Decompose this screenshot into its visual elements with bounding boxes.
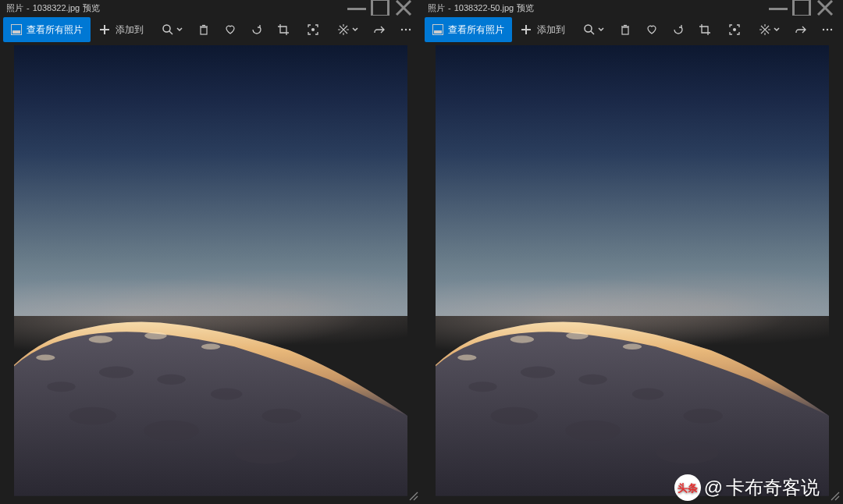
edit-icon bbox=[337, 23, 350, 36]
svg-rect-37 bbox=[622, 27, 628, 34]
trash-icon bbox=[197, 23, 210, 36]
rotate-button[interactable] bbox=[244, 17, 269, 42]
magnifier-icon bbox=[583, 23, 596, 36]
toolbar: 查看所有照片 添加到 bbox=[0, 16, 422, 44]
svg-point-53 bbox=[510, 336, 534, 343]
share-icon bbox=[373, 23, 386, 36]
scan-icon bbox=[728, 23, 741, 36]
app-name: 照片 bbox=[6, 2, 23, 14]
window-controls bbox=[345, 0, 415, 16]
image-viewer[interactable] bbox=[422, 44, 843, 504]
title-suffix: 预览 bbox=[83, 2, 100, 14]
close-button[interactable] bbox=[392, 0, 415, 16]
image-viewer[interactable] bbox=[0, 44, 422, 504]
svg-point-43 bbox=[831, 29, 832, 30]
svg-point-50 bbox=[565, 421, 621, 441]
scan-icon bbox=[307, 23, 319, 36]
share-button[interactable] bbox=[788, 17, 813, 42]
crop-icon bbox=[699, 23, 711, 36]
add-to-button[interactable]: 添加到 bbox=[92, 17, 150, 42]
photos-icon bbox=[11, 24, 22, 35]
view-all-photos-button[interactable]: 查看所有照片 bbox=[425, 17, 512, 42]
svg-point-49 bbox=[491, 407, 538, 424]
trash-icon bbox=[619, 23, 631, 36]
search-visual-button[interactable] bbox=[722, 17, 747, 42]
window-controls bbox=[767, 0, 837, 16]
svg-point-20 bbox=[69, 407, 116, 424]
watermark-logo: 头条 bbox=[674, 474, 701, 501]
photo-content bbox=[436, 45, 829, 496]
svg-point-41 bbox=[823, 29, 824, 30]
svg-rect-34 bbox=[521, 29, 531, 30]
svg-point-21 bbox=[144, 421, 199, 441]
svg-point-52 bbox=[457, 355, 476, 360]
delete-button[interactable] bbox=[613, 17, 638, 42]
svg-point-19 bbox=[262, 409, 301, 424]
svg-point-23 bbox=[36, 355, 55, 360]
zoom-button[interactable] bbox=[155, 17, 190, 42]
photo-window-right: 照片 - 1038322-50.jpg 预览 查看所有照片 添加到 bbox=[422, 0, 843, 504]
share-icon bbox=[795, 23, 807, 36]
view-all-photos-button[interactable]: 查看所有照片 bbox=[3, 17, 91, 42]
svg-point-42 bbox=[827, 29, 828, 30]
more-button[interactable] bbox=[815, 17, 840, 42]
svg-line-28 bbox=[414, 496, 418, 500]
titlebar: 照片 - 1038322-50.jpg 预览 bbox=[422, 0, 843, 16]
svg-point-55 bbox=[623, 344, 642, 350]
svg-point-11 bbox=[311, 28, 315, 31]
svg-point-15 bbox=[47, 382, 75, 392]
crop-button[interactable] bbox=[271, 17, 296, 42]
resize-grip[interactable] bbox=[829, 490, 841, 502]
maximize-button[interactable] bbox=[368, 0, 392, 16]
photo-content bbox=[14, 45, 407, 496]
rotate-icon bbox=[672, 23, 685, 36]
search-visual-button[interactable] bbox=[301, 17, 325, 42]
favorite-button[interactable] bbox=[639, 17, 664, 42]
maximize-button[interactable] bbox=[790, 0, 813, 16]
svg-point-6 bbox=[163, 25, 170, 32]
svg-rect-5 bbox=[100, 29, 109, 30]
delete-button[interactable] bbox=[191, 17, 216, 42]
titlebar: 照片 - 1038322.jpg 预览 bbox=[0, 0, 422, 16]
svg-point-25 bbox=[144, 332, 166, 339]
heart-icon bbox=[646, 23, 658, 36]
watermark-at: @ bbox=[704, 477, 723, 499]
svg-rect-1 bbox=[372, 0, 389, 16]
share-button[interactable] bbox=[367, 17, 392, 42]
svg-point-45 bbox=[521, 367, 555, 378]
chevron-down-icon bbox=[351, 26, 359, 34]
svg-rect-30 bbox=[794, 0, 810, 16]
svg-point-24 bbox=[89, 336, 112, 343]
svg-line-36 bbox=[591, 31, 594, 34]
favorite-button[interactable] bbox=[218, 17, 243, 42]
svg-point-13 bbox=[405, 29, 407, 30]
watermark-name: 卡布奇客说 bbox=[726, 475, 820, 500]
rotate-button[interactable] bbox=[666, 17, 691, 42]
svg-point-22 bbox=[234, 441, 297, 464]
minimize-button[interactable] bbox=[345, 0, 368, 16]
svg-point-18 bbox=[211, 389, 242, 400]
svg-point-54 bbox=[566, 332, 588, 339]
more-icon bbox=[821, 23, 834, 36]
edit-icon bbox=[759, 23, 771, 36]
crop-button[interactable] bbox=[692, 17, 717, 42]
svg-point-35 bbox=[585, 25, 592, 32]
more-button[interactable] bbox=[393, 17, 418, 42]
edit-create-button[interactable] bbox=[752, 17, 787, 42]
zoom-button[interactable] bbox=[577, 17, 611, 42]
chevron-down-icon bbox=[176, 26, 183, 34]
svg-line-7 bbox=[169, 31, 173, 34]
svg-point-16 bbox=[99, 367, 133, 378]
svg-point-46 bbox=[578, 374, 606, 385]
plus-icon bbox=[98, 23, 111, 36]
close-button[interactable] bbox=[813, 0, 837, 16]
svg-point-26 bbox=[201, 344, 220, 350]
resize-grip[interactable] bbox=[407, 490, 420, 502]
edit-create-button[interactable] bbox=[331, 17, 365, 42]
add-to-button[interactable]: 添加到 bbox=[514, 17, 571, 42]
svg-point-51 bbox=[656, 441, 719, 464]
window-title: 照片 - 1038322-50.jpg 预览 bbox=[428, 2, 534, 14]
filename: 1038322-50.jpg bbox=[454, 3, 514, 12]
minimize-button[interactable] bbox=[767, 0, 790, 16]
svg-point-40 bbox=[733, 28, 736, 31]
